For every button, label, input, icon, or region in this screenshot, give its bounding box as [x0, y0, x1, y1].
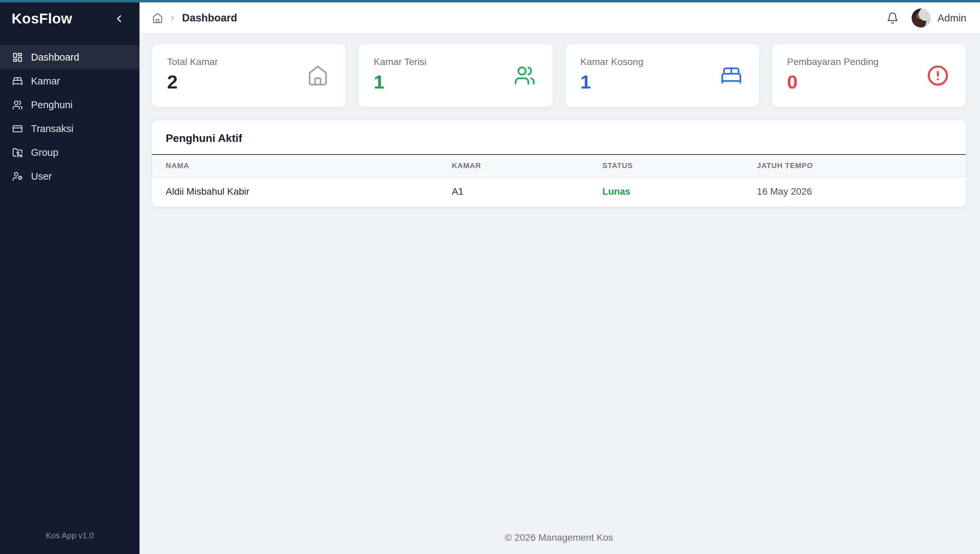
bed-icon	[12, 76, 23, 86]
sidebar-item-penghuni[interactable]: Penghuni	[0, 93, 140, 117]
stat-label: Total Kamar	[167, 56, 331, 67]
stat-value: 2	[167, 71, 331, 93]
layout-dashboard-icon	[12, 52, 23, 63]
user-cog-icon	[12, 171, 23, 182]
folder-git-icon	[12, 147, 23, 158]
column-header-nama: NAMA	[152, 154, 445, 177]
notifications-button[interactable]	[886, 12, 899, 24]
bed-icon	[721, 65, 742, 86]
users-icon	[514, 65, 536, 86]
sidebar-item-dashboard[interactable]: Dashboard	[0, 45, 140, 69]
table-row[interactable]: Aldii Misbahul Kabir A1 Lunas 16 May 202…	[152, 177, 966, 206]
users-icon	[12, 100, 23, 110]
top-accent-bar	[0, 0, 980, 2]
stat-cards: Total Kamar 2 Kamar Terisi 1 Kamar Koson…	[152, 44, 966, 107]
sidebar-header: KosFlow	[0, 2, 140, 35]
column-header-kamar: KAMAR	[445, 154, 595, 177]
credit-card-icon	[12, 124, 23, 134]
user-name: Admin	[937, 12, 966, 24]
sidebar-item-label: Kamar	[31, 76, 60, 87]
active-tenants-table: NAMA KAMAR STATUS JATUH TEMPO Aldii Misb…	[152, 154, 966, 207]
sidebar: KosFlow Dashboard Kamar	[0, 2, 140, 554]
bell-icon	[886, 12, 899, 24]
user-menu[interactable]: Admin	[912, 8, 966, 27]
app-shell: KosFlow Dashboard Kamar	[0, 2, 980, 554]
alert-circle-icon	[927, 65, 949, 86]
app-logo: KosFlow	[11, 11, 73, 27]
cell-kamar: A1	[445, 177, 595, 206]
app-version-label: Kos App v1.0	[0, 531, 140, 554]
sidebar-item-group[interactable]: Group	[0, 140, 140, 164]
cell-nama: Aldii Misbahul Kabir	[152, 177, 445, 206]
sidebar-item-user[interactable]: User	[0, 164, 140, 188]
stat-card-total-kamar: Total Kamar 2	[152, 44, 346, 107]
copyright-footer: © 2026 Management Kos	[152, 524, 966, 554]
column-header-status: STATUS	[595, 154, 750, 177]
status-badge: Lunas	[595, 177, 750, 206]
main-area: Dashboard Admin Total Kamar 2	[140, 2, 980, 554]
cell-jatuh-tempo: 16 May 2026	[750, 177, 966, 206]
column-header-jatuh-tempo: JATUH TEMPO	[750, 154, 966, 177]
sidebar-item-kamar[interactable]: Kamar	[0, 69, 140, 93]
stat-value: 1	[581, 71, 744, 93]
home-icon[interactable]	[152, 13, 163, 24]
sidebar-item-label: Group	[31, 147, 59, 158]
content: Total Kamar 2 Kamar Terisi 1 Kamar Koson…	[140, 34, 980, 554]
stat-card-kamar-terisi: Kamar Terisi 1	[359, 44, 552, 107]
topbar-right: Admin	[886, 8, 966, 27]
breadcrumb-current-page: Dashboard	[182, 12, 237, 24]
stat-card-pembayaran-pending: Pembayaran Pending 0	[772, 44, 966, 107]
stat-label: Kamar Kosong	[581, 56, 744, 67]
sidebar-item-label: Transaksi	[31, 123, 73, 134]
sidebar-item-label: Penghuni	[31, 99, 73, 111]
stat-value: 0	[787, 71, 951, 93]
topbar: Dashboard Admin	[140, 2, 980, 34]
stat-value: 1	[374, 71, 537, 93]
stat-card-kamar-kosong: Kamar Kosong 1	[566, 44, 759, 107]
breadcrumb: Dashboard	[152, 12, 237, 24]
house-icon	[307, 65, 329, 86]
sidebar-item-label: Dashboard	[31, 52, 79, 63]
stat-label: Kamar Terisi	[374, 56, 537, 67]
sidebar-collapse-button[interactable]	[111, 11, 127, 26]
table-header-row: NAMA KAMAR STATUS JATUH TEMPO	[152, 154, 966, 177]
sidebar-item-transaksi[interactable]: Transaksi	[0, 117, 140, 140]
table-title: Penghuni Aktif	[152, 121, 966, 154]
chevron-left-icon	[113, 13, 125, 24]
sidebar-item-label: User	[31, 171, 52, 182]
sidebar-nav: Dashboard Kamar Penghuni Transaksi	[0, 45, 140, 188]
avatar	[912, 8, 931, 27]
chevron-right-icon	[169, 14, 177, 22]
active-tenants-card: Penghuni Aktif NAMA KAMAR STATUS JATUH T…	[152, 121, 966, 207]
stat-label: Pembayaran Pending	[787, 56, 951, 67]
